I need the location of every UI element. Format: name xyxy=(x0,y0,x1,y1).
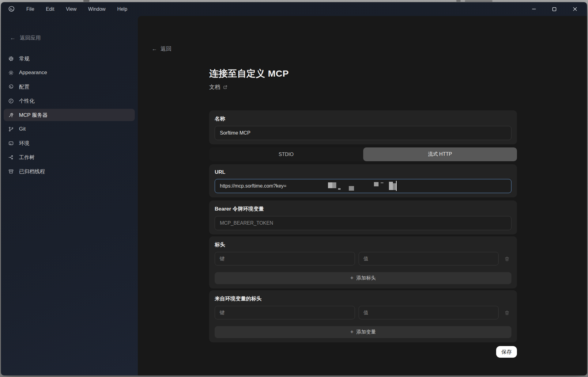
transport-segmented-control: STDIO 流式 HTTP xyxy=(209,147,517,161)
back-to-app-button[interactable]: ← 返回应用 xyxy=(10,34,41,41)
mcp-plug-icon xyxy=(8,112,14,118)
sidebar-nav: 常规 Appearance xyxy=(4,52,135,177)
external-link-icon xyxy=(223,85,228,89)
env-header-row xyxy=(215,306,511,319)
save-button[interactable]: 保存 xyxy=(496,346,517,358)
name-card: 名称 xyxy=(209,110,517,144)
window-icon xyxy=(8,140,14,146)
url-card: URL https://mcp.sorftime.com?key= xyxy=(209,164,517,197)
background-window-artifact xyxy=(456,0,461,2)
sidebar-item-config[interactable]: 配置 xyxy=(4,81,135,93)
text-caret xyxy=(396,181,397,191)
add-variable-label: 添加变量 xyxy=(356,329,376,335)
titlebar: File Edit View Window Help xyxy=(1,2,587,16)
settings-content-panel: ← 返回 连接至自定义 MCP 文档 名称 STDIO 流式 HTTP xyxy=(138,16,587,375)
name-input[interactable] xyxy=(215,126,511,140)
header-key-input[interactable] xyxy=(215,252,355,265)
trash-icon xyxy=(504,310,510,316)
sidebar-item-mcp-servers[interactable]: MCP 服务器 xyxy=(4,109,135,121)
app-logo-icon xyxy=(7,5,15,13)
add-header-label: 添加标头 xyxy=(356,275,376,281)
close-button[interactable] xyxy=(569,5,581,14)
back-label: 返回 xyxy=(160,45,172,52)
window-controls xyxy=(528,5,587,14)
gear-icon xyxy=(8,56,14,61)
url-label: URL xyxy=(215,169,511,175)
plus-icon: + xyxy=(350,329,354,335)
env-key-input[interactable] xyxy=(215,306,355,319)
left-arrow-icon: ← xyxy=(152,46,157,52)
url-input[interactable]: https://mcp.sorftime.com?key= xyxy=(215,179,511,193)
sidebar-item-label: 常规 xyxy=(19,55,29,62)
sidebar-item-archived-threads[interactable]: 已归档线程 xyxy=(4,165,135,177)
bearer-token-card: Bearer 令牌环境变量 xyxy=(209,200,517,234)
sidebar-item-label: 工作树 xyxy=(19,154,35,161)
sidebar-item-appearance[interactable]: Appearance xyxy=(4,67,135,79)
sidebar-item-label: Git xyxy=(19,126,26,132)
sidebar-item-environment[interactable]: 环境 xyxy=(4,137,135,149)
git-branch-icon xyxy=(8,126,14,132)
menu-edit[interactable]: Edit xyxy=(46,6,55,12)
menu-help[interactable]: Help xyxy=(117,6,127,12)
bearer-token-input[interactable] xyxy=(215,216,511,230)
sidebar-item-label: 环境 xyxy=(19,140,29,147)
sidebar-item-label: 配置 xyxy=(19,83,29,90)
env-value-input[interactable] xyxy=(359,306,499,319)
terminal-badge-icon xyxy=(8,84,14,89)
headers-card: 标头 + 添加标头 xyxy=(209,236,517,288)
clock-icon xyxy=(8,98,14,104)
add-variable-button[interactable]: + 添加变量 xyxy=(215,326,511,338)
minimize-button[interactable] xyxy=(528,5,540,14)
sidebar: ← 返回应用 常规 xyxy=(1,16,138,375)
delete-env-header-button[interactable] xyxy=(502,308,511,317)
maximize-button[interactable] xyxy=(548,5,560,14)
app-window: File Edit View Window Help ← 返回应用 xyxy=(1,2,587,375)
sidebar-item-label: Appearance xyxy=(19,70,47,76)
save-row: 保存 xyxy=(209,346,517,358)
header-row xyxy=(215,252,511,265)
bearer-token-label: Bearer 令牌环境变量 xyxy=(215,205,511,212)
left-arrow-icon: ← xyxy=(10,35,16,41)
documentation-link[interactable]: 文档 xyxy=(209,83,228,91)
archive-icon xyxy=(8,169,14,174)
background-window-artifact xyxy=(465,0,492,2)
mcp-form: 名称 STDIO 流式 HTTP URL https://mcp.sorftim… xyxy=(209,110,517,358)
sidebar-item-personalization[interactable]: 个性化 xyxy=(4,95,135,107)
sidebar-item-label: MCP 服务器 xyxy=(19,112,47,119)
menu-view[interactable]: View xyxy=(66,6,76,12)
sidebar-item-label: 已归档线程 xyxy=(19,168,45,175)
menu-file[interactable]: File xyxy=(26,6,34,12)
sun-icon xyxy=(8,70,14,75)
env-headers-label: 来自环境变量的标头 xyxy=(215,295,511,302)
name-label: 名称 xyxy=(215,115,511,122)
trash-icon xyxy=(504,256,510,262)
url-value: https://mcp.sorftime.com?key= xyxy=(220,183,286,189)
header-value-input[interactable] xyxy=(359,252,499,265)
tab-streamable-http[interactable]: 流式 HTTP xyxy=(363,147,517,161)
sidebar-item-label: 个性化 xyxy=(19,97,35,105)
tab-stdio[interactable]: STDIO xyxy=(209,147,363,161)
menu-window[interactable]: Window xyxy=(88,6,106,12)
env-headers-card: 来自环境变量的标头 + 添加变量 xyxy=(209,290,517,342)
background-window-artifact xyxy=(83,0,89,2)
worktree-arrow-icon xyxy=(8,154,14,160)
plus-icon: + xyxy=(350,275,354,281)
page-title: 连接至自定义 MCP xyxy=(209,67,289,80)
delete-header-button[interactable] xyxy=(502,254,511,263)
sidebar-item-general[interactable]: 常规 xyxy=(4,52,135,65)
sidebar-item-worktree[interactable]: 工作树 xyxy=(4,151,135,163)
back-to-app-label: 返回应用 xyxy=(20,34,41,41)
headers-label: 标头 xyxy=(215,241,511,248)
menubar: File Edit View Window Help xyxy=(26,6,127,12)
doc-link-label: 文档 xyxy=(209,83,220,91)
back-button[interactable]: ← 返回 xyxy=(152,45,172,52)
sidebar-item-git[interactable]: Git xyxy=(4,123,135,135)
add-header-button[interactable]: + 添加标头 xyxy=(215,272,511,284)
